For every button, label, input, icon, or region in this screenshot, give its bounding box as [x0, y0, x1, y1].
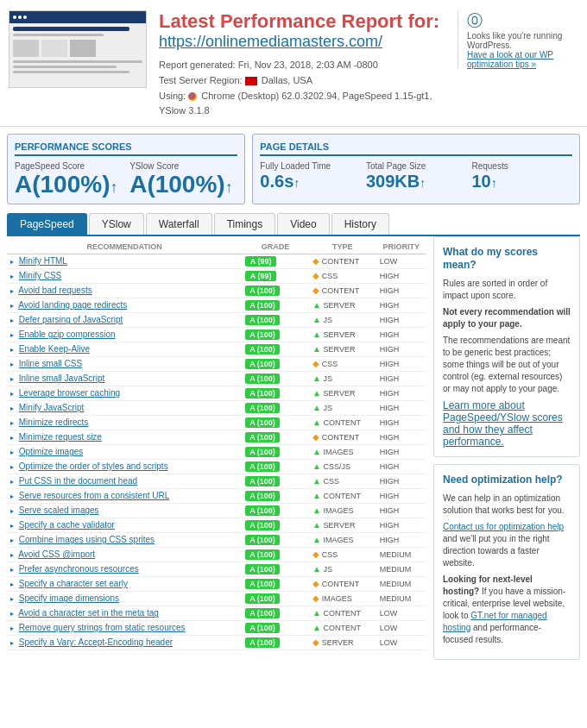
rec-name[interactable]: Minify JavaScript — [19, 403, 85, 412]
pagespeed-label: PageSpeed Score — [15, 161, 123, 171]
tabs-bar: PageSpeedYSlowWaterfallTimingsVideoHisto… — [7, 213, 580, 236]
contact-link[interactable]: Contact us for optimization help — [443, 522, 564, 531]
rec-name[interactable]: Serve scaled images — [19, 505, 99, 515]
rec-name[interactable]: Prefer asynchronous resources — [19, 564, 139, 574]
rec-grade-cell: A (100) — [242, 386, 309, 400]
requests-arrow: ↑ — [491, 177, 497, 189]
rec-name-cell: ▸ Minify JavaScript — [7, 400, 242, 415]
rec-type-cell: ▲ CONTENT — [309, 415, 376, 430]
rec-name[interactable]: Specify a Vary: Accept-Encoding header — [19, 637, 173, 647]
rec-name[interactable]: Enable Keep-Alive — [19, 344, 90, 354]
rec-name[interactable]: Minimize request size — [19, 432, 102, 442]
rec-name[interactable]: Specify image dimensions — [19, 593, 119, 603]
rec-grade-cell: A (100) — [242, 474, 309, 488]
priority-text: HIGH — [380, 536, 400, 544]
rec-type-cell: ▲ JS — [309, 312, 376, 327]
col-header-recommendation: RECOMMENDATION — [7, 240, 242, 254]
rec-name[interactable]: Minify CSS — [19, 271, 61, 280]
tab-history[interactable]: History — [331, 213, 389, 235]
rec-grade-cell: A (100) — [242, 532, 309, 547]
requests-item: Requests 10 ↑ — [471, 161, 572, 190]
rec-name[interactable]: Minimize redirects — [19, 417, 89, 427]
details-row: Fully Loaded Time 0.6s ↑ Total Page Size… — [260, 161, 572, 190]
rec-grade-cell: A (100) — [242, 576, 309, 591]
bullet-icon: ▸ — [10, 449, 14, 456]
rec-grade-cell: A (99) — [242, 254, 309, 268]
scores-explanation-card: What do my scores mean? Rules are sorted… — [433, 236, 580, 457]
rec-name[interactable]: Remove query strings from static resourc… — [19, 623, 186, 632]
grade-badge: A (100) — [245, 447, 280, 457]
tab-video[interactable]: Video — [277, 213, 329, 235]
rec-priority-cell: LOW — [376, 606, 426, 620]
wp-optimization-link[interactable]: Have a look at our WP optimization tips … — [467, 50, 553, 69]
diamond-icon: ◆ — [312, 271, 319, 280]
rec-priority-cell: HIGH — [376, 459, 426, 474]
scores-learn-more-link[interactable]: Learn more about PageSpeed/YSlow scores … — [443, 399, 563, 448]
rec-name[interactable]: Put CSS in the document head — [19, 476, 137, 486]
optimization-help-contact: Contact us for optimization help and we'… — [443, 521, 571, 569]
grade-badge: A (100) — [245, 329, 280, 340]
rec-name[interactable]: Specify a character set early — [19, 579, 128, 588]
rec-name[interactable]: Leverage browser caching — [19, 388, 120, 398]
type-text: SERVER — [324, 301, 356, 310]
priority-text: LOW — [380, 638, 398, 647]
rec-name-cell: ▸ Remove query strings from static resou… — [7, 620, 242, 635]
up-icon: ▲ — [312, 344, 321, 354]
rec-grade-cell: A (100) — [242, 371, 309, 386]
performance-scores-panel: Performance Scores PageSpeed Score A(100… — [7, 134, 245, 204]
bullet-icon: ▸ — [10, 346, 14, 354]
rec-name[interactable]: Combine images using CSS sprites — [19, 535, 155, 544]
grade-badge: A (100) — [245, 300, 280, 311]
bullet-icon: ▸ — [10, 287, 14, 295]
rec-name[interactable]: Optimize the order of styles and scripts — [19, 461, 168, 471]
rec-name[interactable]: Inline small CSS — [19, 359, 82, 368]
rec-type-cell: ▲ CONTENT — [309, 606, 376, 620]
rec-name[interactable]: Avoid bad requests — [18, 286, 92, 295]
test-server-label: Test Server Region: — [159, 75, 243, 85]
up-icon: ▲ — [312, 505, 321, 515]
rec-grade-cell: A (100) — [242, 356, 309, 371]
up-icon: ▲ — [312, 388, 321, 398]
rec-priority-cell: HIGH — [376, 386, 426, 400]
yslow-label: YSlow Score — [129, 161, 237, 171]
rec-name-cell: ▸ Minify CSS — [7, 268, 242, 283]
rec-priority-cell: HIGH — [376, 503, 426, 518]
rec-name[interactable]: Optimize images — [19, 447, 83, 456]
rec-name[interactable]: Specify a cache validator — [19, 520, 115, 530]
pagespeed-value: A(100%) ↑ — [15, 173, 123, 197]
grade-badge: A (100) — [245, 373, 280, 384]
rec-name[interactable]: Avoid landing page redirects — [18, 300, 127, 310]
usa-flag-icon — [245, 77, 257, 85]
rec-name[interactable]: Avoid CSS @import — [18, 549, 95, 559]
grade-badge: A (100) — [245, 344, 280, 355]
diamond-icon: ◆ — [312, 549, 319, 559]
rec-name[interactable]: Defer parsing of JavaScript — [19, 315, 123, 324]
priority-text: HIGH — [380, 389, 400, 398]
fully-loaded-value: 0.6s ↑ — [260, 173, 361, 190]
rec-name[interactable]: Inline small JavaScript — [19, 373, 104, 383]
up-icon: ▲ — [312, 535, 321, 544]
rec-grade-cell: A (100) — [242, 620, 309, 635]
rec-name-cell: ▸ Specify image dimensions — [7, 591, 242, 606]
rec-priority-cell: HIGH — [376, 342, 426, 356]
test-server-value: Dallas, USA — [262, 75, 312, 85]
bullet-icon: ▸ — [10, 639, 14, 647]
rec-type-cell: ▲ JS — [309, 562, 376, 576]
table-row: ▸ Prefer asynchronous resources A (100) … — [7, 562, 426, 576]
tab-pagespeed[interactable]: PageSpeed — [7, 213, 87, 235]
rec-grade-cell: A (100) — [242, 459, 309, 474]
total-size-value: 309KB ↑ — [366, 173, 467, 190]
tab-timings[interactable]: Timings — [214, 213, 276, 235]
rec-name[interactable]: Minify HTML — [19, 256, 67, 266]
rec-name[interactable]: Enable gzip compression — [19, 329, 116, 339]
rec-grade-cell: A (100) — [242, 342, 309, 356]
grade-badge: A (100) — [245, 608, 280, 618]
rec-name[interactable]: Serve resources from a consistent URL — [19, 491, 170, 500]
rec-type-cell: ▲ CSS — [309, 474, 376, 488]
tab-waterfall[interactable]: Waterfall — [146, 213, 212, 235]
tab-yslow[interactable]: YSlow — [89, 213, 144, 235]
rec-name[interactable]: Avoid a character set in the meta tag — [18, 608, 159, 618]
rec-name-cell: ▸ Avoid a character set in the meta tag — [7, 606, 242, 620]
page-details-title: Page Details — [260, 141, 572, 156]
report-url[interactable]: https://onlinemediamasters.com/ — [159, 33, 449, 51]
